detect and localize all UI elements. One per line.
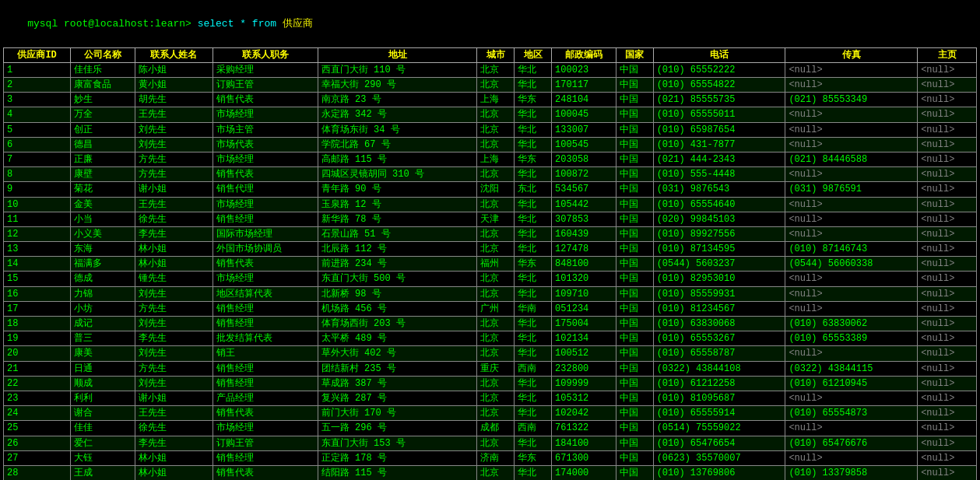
table-cell: 北京 <box>477 78 515 93</box>
table-cell: 幸福大街 290 号 <box>318 78 477 93</box>
table-cell: 林小姐 <box>135 465 213 480</box>
table-cell: 王先生 <box>135 406 213 421</box>
table-cell: (010) 82953010 <box>653 272 785 286</box>
table-row: 21日通方先生销售经理团结新村 235 号重庆西南232800中国(0322) … <box>4 361 977 376</box>
table-cell: 6 <box>4 137 71 152</box>
table-cell: 小当 <box>71 212 135 226</box>
table-cell: <null> <box>918 182 977 197</box>
table-cell: <null> <box>918 361 977 376</box>
table-cell: <null> <box>918 62 977 77</box>
table-cell: (010) 65558787 <box>653 346 785 361</box>
table-cell: (010) 63830068 <box>653 317 785 331</box>
table-cell: 16 <box>4 286 71 301</box>
table-cell: <null> <box>918 93 977 107</box>
table-cell: 华北 <box>515 272 552 286</box>
table-cell: 中国 <box>616 406 653 421</box>
table-cell: 北京 <box>477 406 515 421</box>
table-cell: 中国 <box>616 93 653 107</box>
table-cell: 创正 <box>71 122 135 137</box>
table-cell: 华北 <box>515 212 552 226</box>
table-cell: <null> <box>918 226 977 241</box>
table-cell: 谢小姐 <box>135 391 213 405</box>
table-cell: <null> <box>918 376 977 391</box>
table-row: 8康壁方先生销售代表四城区灵镜胡同 310 号北京华北100872中国(010)… <box>4 167 977 182</box>
table-cell: 4 <box>4 107 71 122</box>
table-cell: 8 <box>4 167 71 182</box>
table-cell: 12 <box>4 226 71 241</box>
table-cell: (010) 87134595 <box>653 242 785 257</box>
table-cell: 福满多 <box>71 257 135 272</box>
table-cell: 订购王管 <box>213 78 318 93</box>
table-cell: 销售代表 <box>213 465 318 480</box>
table-cell: (031) 9876543 <box>653 182 785 197</box>
table-cell: 100023 <box>552 62 616 77</box>
table-cell: 华东 <box>515 257 552 272</box>
table-cell: 销王 <box>213 346 318 361</box>
table-cell: (010) 65554873 <box>785 406 918 421</box>
table-cell: 10 <box>4 197 71 212</box>
table-cell: (010) 65555914 <box>653 406 785 421</box>
table-cell: 中国 <box>616 182 653 197</box>
table-cell: 方先生 <box>135 301 213 316</box>
table-cell: 太平桥 489 号 <box>318 331 477 346</box>
table-cell: (010) 65476654 <box>653 436 785 450</box>
table-cell: 方先生 <box>135 167 213 182</box>
table-cell: 华东 <box>515 450 552 465</box>
table-cell: 成都 <box>477 421 515 436</box>
table-cell: 中国 <box>616 62 653 77</box>
table-cell: 小义美 <box>71 226 135 241</box>
table-cell: 中国 <box>616 465 653 480</box>
table-cell: 批发结算代表 <box>213 331 318 346</box>
table-cell: <null> <box>785 346 918 361</box>
table-cell: 23 <box>4 391 71 405</box>
table-cell: <null> <box>918 197 977 212</box>
table-cell: 北京 <box>477 391 515 405</box>
table-cell: <null> <box>785 212 918 226</box>
table-cell: 25 <box>4 421 71 436</box>
table-cell: 华北 <box>515 62 552 77</box>
table-cell: 中国 <box>616 376 653 391</box>
table-cell: 100872 <box>552 167 616 182</box>
table-cell: (010) 65554822 <box>653 78 785 93</box>
table-cell: 华北 <box>515 122 552 137</box>
table-cell: 华北 <box>515 317 552 331</box>
table-cell: 15 <box>4 272 71 286</box>
table-cell: 华北 <box>515 286 552 301</box>
table-cell: 刘先生 <box>135 317 213 331</box>
table-row: 20康美刘先生销王草外大街 402 号北京华北100512中国(010) 655… <box>4 346 977 361</box>
table-row: 7正廉方先生市场经理高邮路 115 号上海华东203058中国(021) 444… <box>4 152 977 166</box>
table-cell: 20 <box>4 346 71 361</box>
table-cell: 北京 <box>477 346 515 361</box>
table-cell: (0544) 5603237 <box>653 257 785 272</box>
table-cell: 销售经理 <box>213 376 318 391</box>
table-row: 27大钰林小姐销售经理正定路 178 号济南华东671300中国(0623) 3… <box>4 450 977 465</box>
table-cell: (010) 65552222 <box>653 62 785 77</box>
column-header: 传真 <box>785 47 918 62</box>
table-cell: 康富食品 <box>71 78 135 93</box>
table-cell: 华北 <box>515 406 552 421</box>
column-header: 邮政编码 <box>552 47 616 62</box>
table-cell: 北京 <box>477 167 515 182</box>
table-cell: 华北 <box>515 197 552 212</box>
table-cell: <null> <box>918 286 977 301</box>
table-cell: 中国 <box>616 167 653 182</box>
table-cell: 东海 <box>71 242 135 257</box>
table-row: 14福满多林小姐销售代表前进路 234 号福州华东848100中国(0544) … <box>4 257 977 272</box>
table-row: 5创正刘先生市场主管体育场东街 34 号北京华北133007中国(010) 65… <box>4 122 977 137</box>
table-cell: 西直门大街 110 号 <box>318 62 477 77</box>
table-cell: 佳佳 <box>71 421 135 436</box>
table-cell: 华东 <box>515 93 552 107</box>
table-cell: 中国 <box>616 286 653 301</box>
table-cell: 林小姐 <box>135 242 213 257</box>
table-cell: (010) 65553389 <box>785 331 918 346</box>
table-cell: <null> <box>785 197 918 212</box>
table-row: 10金美王先生市场经理玉泉路 12 号北京华北105442中国(010) 655… <box>4 197 977 212</box>
table-cell: 5 <box>4 122 71 137</box>
table-cell: <null> <box>918 152 977 166</box>
table-row: 28王成林小姐销售代表结阳路 115 号北京华北174000中国(010) 13… <box>4 465 977 480</box>
table-cell: 天津 <box>477 212 515 226</box>
table-cell: 福州 <box>477 257 515 272</box>
column-header: 城市 <box>477 47 515 62</box>
table-cell: 刘先生 <box>135 137 213 152</box>
table-cell: <null> <box>918 242 977 257</box>
